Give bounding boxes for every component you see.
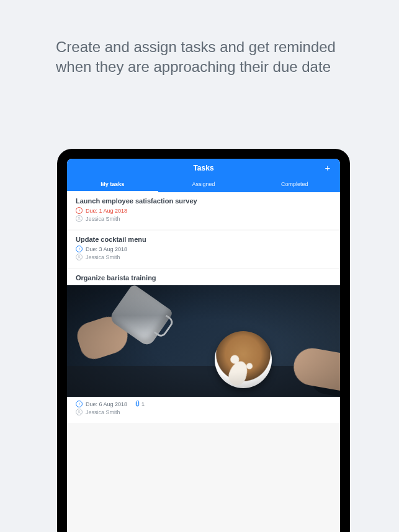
task-due-row: Due: 3 Aug 2018 (76, 246, 331, 252)
task-assignee-label: Jessica Smith (86, 254, 120, 260)
task-due-label: Due: 3 Aug 2018 (86, 246, 127, 252)
task-attachment-image[interactable] (67, 285, 340, 397)
tab-assigned[interactable]: Assigned (158, 177, 249, 192)
task-assignee-row: Jessica Smith (76, 215, 331, 222)
task-card[interactable]: Update cocktail menu Due: 3 Aug 2018 Jes… (67, 231, 340, 268)
user-icon (76, 409, 83, 415)
page-title: Tasks (193, 164, 213, 172)
user-icon (76, 254, 83, 260)
header-bar: Tasks + (67, 159, 340, 177)
user-icon (76, 215, 83, 222)
clock-icon (76, 401, 83, 407)
clock-icon (76, 246, 83, 252)
app-header: Tasks + My tasks Assigned Completed (67, 159, 340, 192)
svg-point-0 (78, 217, 80, 219)
tab-bar: My tasks Assigned Completed (67, 177, 340, 192)
task-assignee-label: Jessica Smith (86, 216, 120, 222)
plus-icon: + (325, 162, 331, 173)
attachment-count: 1 (141, 401, 145, 407)
app-screen: Tasks + My tasks Assigned Completed Laun… (67, 159, 340, 532)
task-list[interactable]: Launch employee satisfaction survey Due:… (67, 192, 340, 532)
add-task-button[interactable]: + (323, 162, 333, 172)
tab-my-tasks[interactable]: My tasks (67, 177, 158, 192)
tab-completed[interactable]: Completed (249, 177, 340, 192)
task-due-row: Due: 1 Aug 2018 (76, 207, 331, 214)
task-assignee-row: Jessica Smith (76, 409, 331, 415)
svg-point-1 (78, 255, 80, 257)
task-due-label: Due: 1 Aug 2018 (86, 208, 127, 214)
attachment-indicator: 1 (135, 401, 145, 407)
task-card[interactable]: Launch employee satisfaction survey Due:… (67, 192, 340, 229)
task-title: Launch employee satisfaction survey (76, 197, 331, 205)
svg-point-2 (78, 410, 80, 412)
task-due-row: Due: 6 Aug 2018 1 (76, 401, 331, 407)
task-title: Update cocktail menu (76, 236, 331, 243)
task-due-label: Due: 6 Aug 2018 (86, 401, 127, 407)
task-card[interactable]: Organize barista training Due: 6 Aug 201… (67, 269, 340, 423)
clock-icon (76, 207, 83, 214)
marketing-headline: Create and assign tasks and get reminded… (0, 0, 399, 78)
task-assignee-label: Jessica Smith (86, 409, 120, 415)
task-assignee-row: Jessica Smith (76, 254, 331, 260)
tablet-frame: Tasks + My tasks Assigned Completed Laun… (57, 149, 350, 532)
paperclip-icon (135, 401, 140, 407)
task-title: Organize barista training (76, 274, 331, 282)
